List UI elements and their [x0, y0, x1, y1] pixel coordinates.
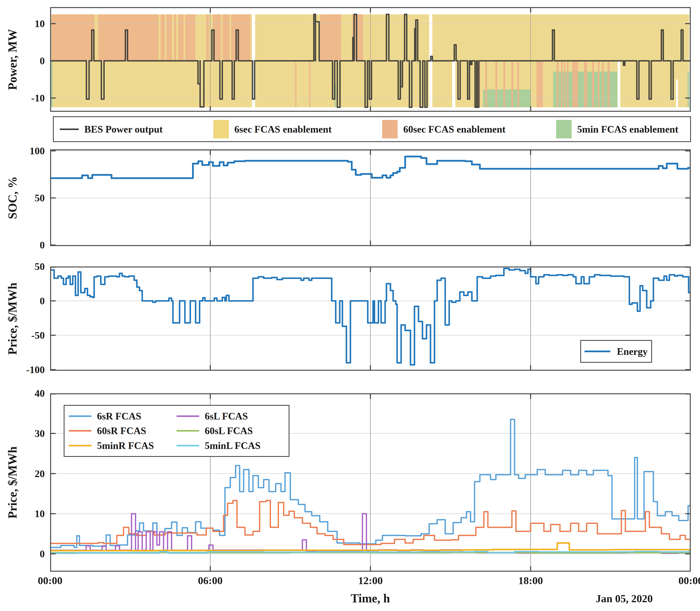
energy-legend-line-sample	[584, 351, 610, 352]
y-tick-label: -10	[2, 92, 45, 104]
x-tick-label: 00:00	[24, 574, 76, 587]
legend-item: 60sR FCAS	[69, 425, 177, 436]
legend-item: 5minR FCAS	[69, 440, 177, 451]
y-tick-label: 30	[2, 427, 45, 440]
x-axis-label: Time, h	[351, 592, 390, 605]
y-tick-label: 0	[2, 239, 45, 251]
fcas-figure: Power, MW SOC, % Price, $/MWh Price, $/M…	[0, 0, 700, 611]
x-tick-label: 12:00	[345, 574, 396, 587]
legend-line-sample	[177, 445, 199, 446]
y-tick-label: 100	[2, 145, 45, 157]
legend-item: 5minL FCAS	[177, 440, 284, 451]
soc-plot	[50, 149, 691, 246]
y-tick-label: 20	[2, 467, 45, 480]
legend-item: 5min FCAS enablement	[556, 120, 678, 138]
date-label: Jan 05, 2020	[596, 592, 653, 605]
x-tick-label: 00:00	[665, 574, 700, 587]
legend-item-label: 6sec FCAS enablement	[234, 123, 332, 135]
energy-price-axis-label: Price, $/MWh	[5, 283, 19, 355]
legend-item-label: 60sL FCAS	[205, 425, 253, 436]
legend-line-sample	[60, 129, 79, 130]
legend-item: BES Power output	[60, 123, 163, 135]
x-tick-label: 06:00	[185, 574, 236, 587]
legend-item-label: 60sec FCAS enablement	[403, 123, 505, 135]
legend-item: 6sec FCAS enablement	[213, 120, 332, 138]
y-tick-label: 50	[2, 260, 45, 273]
legend-item-label: 5min FCAS enablement	[577, 123, 678, 135]
legend-item: 60sL FCAS	[177, 425, 284, 436]
legend-patch-swatch	[382, 120, 398, 138]
energy-legend-label: Energy	[617, 346, 647, 357]
legend-item-label: BES Power output	[84, 123, 163, 135]
legend-item: 6sL FCAS	[177, 411, 284, 422]
legend-line-sample	[177, 430, 199, 432]
y-tick-label: 0	[2, 54, 45, 67]
y-tick-label: 0	[2, 295, 45, 307]
y-tick-label: 10	[2, 507, 45, 520]
legend-item-label: 5minR FCAS	[97, 440, 154, 451]
legend-line-sample	[69, 430, 91, 432]
legend-item: 60sec FCAS enablement	[382, 120, 505, 138]
legend-line-sample	[69, 415, 91, 417]
y-tick-label: 40	[2, 387, 45, 400]
y-tick-label: -100	[2, 363, 45, 376]
y-tick-label: 10	[2, 17, 45, 30]
legend-item-label: 6sL FCAS	[205, 411, 248, 422]
fcas-legend: 6sR FCAS60sR FCAS5minR FCAS6sL FCAS60sL …	[64, 405, 290, 457]
y-tick-label: 50	[2, 192, 45, 204]
legend-item-label: 6sR FCAS	[97, 411, 141, 422]
legend-line-sample	[69, 445, 91, 446]
y-tick-label: -50	[2, 329, 45, 342]
power-legend: BES Power output6sec FCAS enablement60se…	[53, 116, 691, 142]
legend-patch-swatch	[556, 120, 572, 138]
legend-item: 6sR FCAS	[69, 411, 177, 422]
legend-patch-swatch	[213, 120, 229, 138]
y-tick-label: 0	[2, 547, 45, 560]
power-plot	[50, 7, 691, 112]
legend-line-sample	[177, 415, 199, 417]
energy-legend: Energy	[580, 340, 652, 363]
x-tick-label: 18:00	[505, 574, 556, 587]
legend-item-label: 60sR FCAS	[97, 425, 146, 436]
legend-item-label: 5minL FCAS	[205, 440, 260, 451]
